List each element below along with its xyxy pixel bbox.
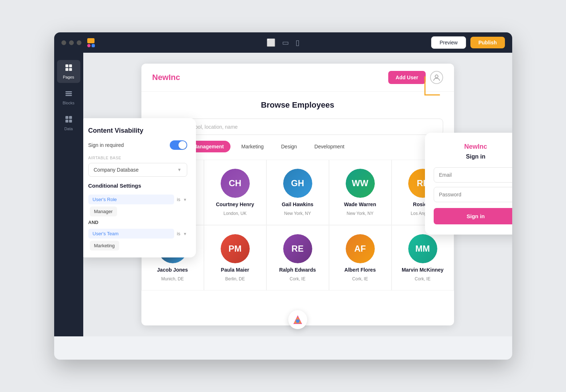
- filter-development[interactable]: Development: [308, 141, 351, 152]
- mobile-icon[interactable]: ▯: [296, 38, 300, 47]
- connector-decoration: [403, 73, 447, 118]
- filter-marketing[interactable]: Marketing: [235, 141, 270, 152]
- blocks-icon: [65, 89, 73, 99]
- svg-rect-2: [65, 68, 68, 71]
- svg-rect-5: [65, 93, 72, 94]
- sidebar-blocks-label: Blocks: [63, 101, 74, 105]
- sign-in-toggle[interactable]: [170, 140, 187, 150]
- browser-titlebar: ⬜ ▭ ▯ Preview Publish: [54, 32, 512, 53]
- condition1-value: Manager: [90, 207, 117, 216]
- avatar-face-10: MM: [408, 234, 437, 263]
- employee-location-ralph: Cork, IE: [290, 276, 305, 281]
- employee-card-paula[interactable]: PM Paula Maier Berlin, DE: [204, 225, 266, 291]
- svg-rect-1: [69, 64, 72, 67]
- employee-name-courtney: Courtney Henry: [216, 201, 254, 207]
- dropdown-chevron: ▼: [177, 167, 182, 172]
- traffic-light-minimize[interactable]: [69, 40, 74, 45]
- sign-in-label: Sign in required: [88, 142, 124, 148]
- employee-avatar-gail: GH: [283, 169, 312, 198]
- employee-location-gail: New York, NY: [284, 211, 311, 216]
- cv-title: Content Visability: [88, 127, 187, 135]
- condition2-row: User's Team is ▼: [88, 229, 187, 239]
- airtable-base-value: Company Database: [94, 167, 139, 173]
- sidebar-item-data[interactable]: Data: [57, 112, 80, 135]
- desktop-icon[interactable]: ⬜: [266, 38, 276, 47]
- canvas-area: Content Visability Sign in required Airt…: [83, 53, 512, 336]
- avatar-face-9: AF: [346, 234, 375, 263]
- browser-window: ⬜ ▭ ▯ Preview Publish Pages: [54, 32, 512, 360]
- avatar-face-3: GH: [283, 169, 312, 198]
- signin-brand: NewInc: [434, 143, 512, 151]
- employee-avatar-paula: PM: [221, 234, 250, 263]
- employee-name-marvin: Marvin McKinney: [402, 267, 443, 273]
- sign-in-row: Sign in required: [88, 140, 187, 150]
- employee-name-paula: Paula Maier: [221, 267, 249, 273]
- toggle-knob: [178, 141, 186, 149]
- data-icon: [65, 115, 73, 125]
- traffic-light-close[interactable]: [61, 40, 66, 45]
- sidebar-item-blocks[interactable]: Blocks: [57, 86, 80, 109]
- employee-avatar-wade: WW: [346, 169, 375, 198]
- avatar-face-7: PM: [221, 234, 250, 263]
- svg-point-14: [296, 319, 300, 323]
- employee-card-albert[interactable]: AF Albert Flores Cork, IE: [329, 225, 392, 291]
- employee-avatar-courtney: CH: [221, 169, 250, 198]
- tablet-icon[interactable]: ▭: [282, 38, 289, 47]
- condition1-row: User's Role is ▼: [88, 195, 187, 204]
- email-input[interactable]: [434, 167, 512, 183]
- condition1-operator: is ▼: [177, 197, 187, 202]
- employee-card-wade[interactable]: WW Wade Warren New York, NY: [329, 160, 392, 225]
- condition2-value: Marketing: [90, 241, 119, 251]
- pages-icon: [65, 64, 73, 73]
- condition2-operator: is ▼: [177, 231, 187, 236]
- password-input[interactable]: [434, 187, 512, 202]
- sidebar-item-pages[interactable]: Pages: [57, 60, 80, 83]
- employee-name-ralph: Ralph Edwards: [279, 267, 316, 273]
- and-label: AND: [88, 220, 187, 225]
- svg-rect-8: [69, 116, 72, 119]
- employee-card-gail[interactable]: GH Gail Hawkins New York, NY: [266, 160, 329, 225]
- signin-button[interactable]: Sign in: [434, 208, 512, 224]
- condition1-field: User's Role: [88, 195, 174, 204]
- signin-title: Sign in: [434, 153, 512, 160]
- employee-avatar-marvin: MM: [408, 234, 437, 263]
- search-bar[interactable]: 🔍 Search by tool, location, name: [152, 119, 443, 135]
- publish-button[interactable]: Publish: [470, 37, 505, 48]
- app-brand: NewInc: [152, 73, 180, 82]
- avatar-face-2: CH: [221, 169, 250, 198]
- employee-name-jacob: Jacob Jones: [157, 267, 188, 273]
- bottom-logo: [288, 310, 307, 329]
- traffic-lights: [61, 40, 81, 45]
- preview-button[interactable]: Preview: [431, 36, 466, 49]
- sidebar-pages-label: Pages: [63, 75, 74, 79]
- svg-rect-10: [69, 120, 72, 123]
- condition2-field: User's Team: [88, 229, 174, 239]
- traffic-light-maximize[interactable]: [77, 40, 81, 45]
- builder-sidebar: Pages Blocks: [54, 53, 83, 336]
- svg-rect-0: [65, 64, 68, 67]
- employee-location-marvin: Cork, IE: [415, 276, 430, 281]
- employee-card-courtney[interactable]: CH Courtney Henry London, UK: [204, 160, 266, 225]
- avatar-face-8: RE: [283, 234, 312, 263]
- employee-location-albert: Cork, IE: [352, 276, 368, 281]
- svg-rect-4: [65, 91, 72, 92]
- svg-rect-6: [65, 95, 72, 96]
- builder-logo: [87, 38, 95, 47]
- employee-name-gail: Gail Hawkins: [282, 201, 313, 207]
- employee-card-ralph[interactable]: RE Ralph Edwards Cork, IE: [266, 225, 329, 291]
- avatar-face-4: WW: [346, 169, 375, 198]
- employee-location-jacob: Munich, DE: [161, 276, 184, 281]
- employee-location-wade: New York, NY: [346, 211, 373, 216]
- filter-design[interactable]: Design: [274, 141, 304, 152]
- employee-card-marvin[interactable]: MM Marvin McKinney Cork, IE: [392, 225, 454, 291]
- builder-layout: Pages Blocks: [54, 53, 512, 336]
- airtable-base-dropdown[interactable]: Company Database ▼: [88, 163, 187, 177]
- svg-rect-9: [65, 120, 68, 123]
- employee-name-albert: Albert Flores: [344, 267, 376, 273]
- employee-name-wade: Wade Warren: [344, 201, 376, 207]
- employee-location-paula: Berlin, DE: [225, 276, 245, 281]
- employee-avatar-albert: AF: [346, 234, 375, 263]
- employee-avatar-ralph: RE: [283, 234, 312, 263]
- conditional-settings-title: Conditional Settings: [88, 183, 187, 189]
- employee-location-courtney: London, UK: [224, 211, 246, 216]
